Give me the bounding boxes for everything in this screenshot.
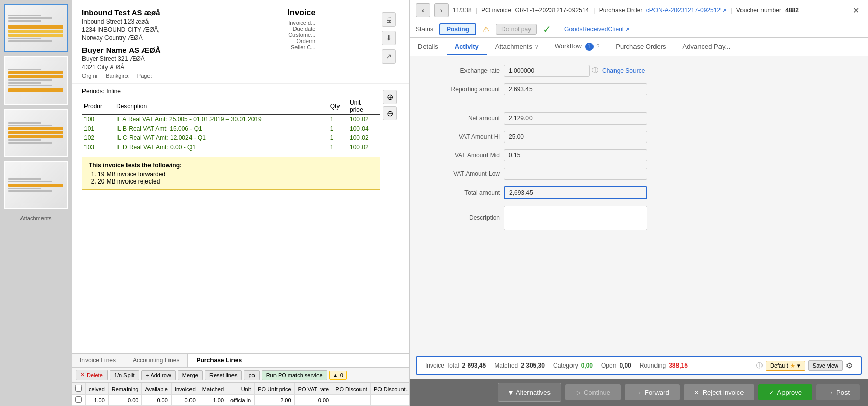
posting-badge[interactable]: Posting [439,23,476,35]
order-label: Ordernr [223,38,315,44]
vat-amount-low-input[interactable] [504,168,647,180]
page-label: Page: [137,73,152,79]
vat-amount-mid-input[interactable] [504,149,647,161]
reset-lines-button[interactable]: Reset lines [205,370,242,380]
total-amount-input[interactable] [504,186,647,199]
workflow-help-icon[interactable]: ? [596,43,599,49]
po-invoice-ref: GR-1-1--20231217-092514 [515,7,589,14]
nav-count: 11/338 [453,7,472,14]
approve-check-icon: ✓ [769,389,774,396]
note-title: This invoice tests the following: [89,161,374,169]
approve-button[interactable]: ✓ Approve [758,384,812,400]
col-po-discount2: PO Discount... [370,383,409,395]
buyer-addr2: 4321 City ÆØÅ [82,64,161,71]
merge-button[interactable]: Merge [178,370,203,380]
description-input[interactable] [504,206,647,230]
summary-info-icon[interactable]: ⓘ [756,361,763,370]
tab-purchase-lines[interactable]: Purchase Lines [188,354,250,367]
tab-attachments[interactable]: Attachments ? [487,38,546,55]
tab-workflow[interactable]: Workflow 1 ? [546,38,608,56]
note-box: This invoice tests the following: 19 MB … [82,157,380,190]
add-row-button[interactable]: + Add row [141,370,176,380]
gear-icon[interactable]: ⚙ [846,361,853,370]
thumbnail-1[interactable] [4,4,68,52]
po-invoice-label: PO invoice GR-1-1--20231217-092514 [481,7,589,14]
vat-amount-hi-input[interactable] [504,131,647,143]
nav-back-button[interactable]: ‹ [416,3,430,17]
tab-advanced-pay[interactable]: Advanced Pay... [674,38,739,55]
thumbnail-4[interactable] [4,161,68,209]
company-addr3: Norway Country ÆØÅ [82,34,161,42]
col-header-checkbox [72,383,86,395]
tab-accounting-lines[interactable]: Accounting Lines [124,354,188,367]
col-po-discount: PO Discount [332,383,371,395]
category-item: Category 0,00 [553,362,593,369]
rounding-item: Rounding 388,15 [640,362,688,369]
row-checkbox[interactable] [75,396,82,403]
external-link-icon[interactable]: ↗ [382,49,396,64]
exchange-rate-input[interactable] [504,65,590,77]
continue-button[interactable]: ▷ Continue [565,384,621,400]
zoom-in-btn[interactable]: ⊕ [383,90,397,104]
do-not-pay-button[interactable]: Do not pay [496,24,537,35]
matched-value: 2 305,30 [521,362,545,369]
close-button[interactable]: ✕ [850,4,862,16]
col-description: Description [114,98,328,115]
purchase-order-ref[interactable]: cPON-A-20231217-092512 [646,7,721,14]
col-remaining: Remaining [108,383,142,395]
open-label: Open [601,362,616,369]
default-view-dropdown[interactable]: Default ★ ▾ [766,361,805,371]
vat-amount-hi-label: VAT Amount Hi [418,133,500,140]
reporting-amount-input[interactable] [504,83,647,95]
right-panel: ‹ › 11/338 | PO invoice GR-1-1--20231217… [410,0,868,406]
po-badge-button[interactable]: po [244,370,259,380]
green-check-icon: ✓ [543,23,552,35]
thumbnail-3[interactable] [4,109,68,157]
tab-invoice-lines[interactable]: Invoice Lines [72,354,124,367]
seller-label: Seller C... [223,44,315,50]
rounding-label: Rounding [640,362,666,369]
col-unit-price: Unitprice [348,98,380,115]
thumbnail-2[interactable] [4,56,68,105]
voucher-number: 4882 [785,7,799,14]
zoom-out-btn[interactable]: ⊖ [383,106,397,120]
voucher-label: Voucher number 4882 [736,7,799,14]
tab-purchase-orders[interactable]: Purchase Orders [607,38,674,55]
change-source-link[interactable]: Change Source [602,67,645,74]
invoice-total-value: 2 693,45 [462,362,486,369]
info-icon[interactable]: ⚠ [482,25,490,34]
select-all-checkbox[interactable] [75,385,82,392]
main-content: Exchange rate ⓘ Change Source Reporting … [410,56,868,353]
net-amount-input[interactable] [504,112,647,125]
tab-activity[interactable]: Activity [447,38,487,55]
col-ceived: ceived [86,383,109,395]
exchange-rate-row: Exchange rate ⓘ Change Source [418,65,860,77]
category-label: Category [553,362,578,369]
reject-button[interactable]: ✕ Reject invoice [684,384,754,400]
invoice-title: Invoice [223,8,315,17]
run-po-button[interactable]: Run PO match service [262,370,327,380]
invoice-body: Periods: Inline Prodnr Description Qty U… [72,84,409,353]
exchange-rate-info-icon[interactable]: ⓘ [592,66,598,75]
download-icon[interactable]: ⬇ [382,31,396,45]
goods-received-link[interactable]: GoodsReceivedClient ↗ [564,26,629,33]
invoice-total-item: Invoice Total 2 693,45 [425,362,486,369]
attachments-help-icon[interactable]: ? [535,44,538,50]
reporting-amount-row: Reporting amount [418,83,860,95]
post-button[interactable]: → Post [816,384,860,400]
forward-button[interactable]: → Forward [625,384,680,400]
delete-x-icon: ✕ [80,372,85,378]
workflow-badge: 1 [585,43,594,51]
save-view-button[interactable]: Save view [808,360,843,371]
delete-button[interactable]: ✕ Delete [76,370,108,380]
col-invoiced: Invoiced [171,383,199,395]
alternatives-button[interactable]: ▾ Alternatives [498,383,561,402]
total-amount-label: Total amount [418,189,500,196]
split-button[interactable]: 1/n Split [110,370,139,380]
net-amount-row: Net amount [418,112,860,125]
nav-forward-button[interactable]: › [434,3,449,17]
invoice-table: Prodnr Description Qty Unitprice 100 IL … [82,98,380,152]
tab-details[interactable]: Details [410,38,447,55]
print-icon[interactable]: 🖨 [382,12,396,27]
customer-label: Custome... [223,32,315,38]
